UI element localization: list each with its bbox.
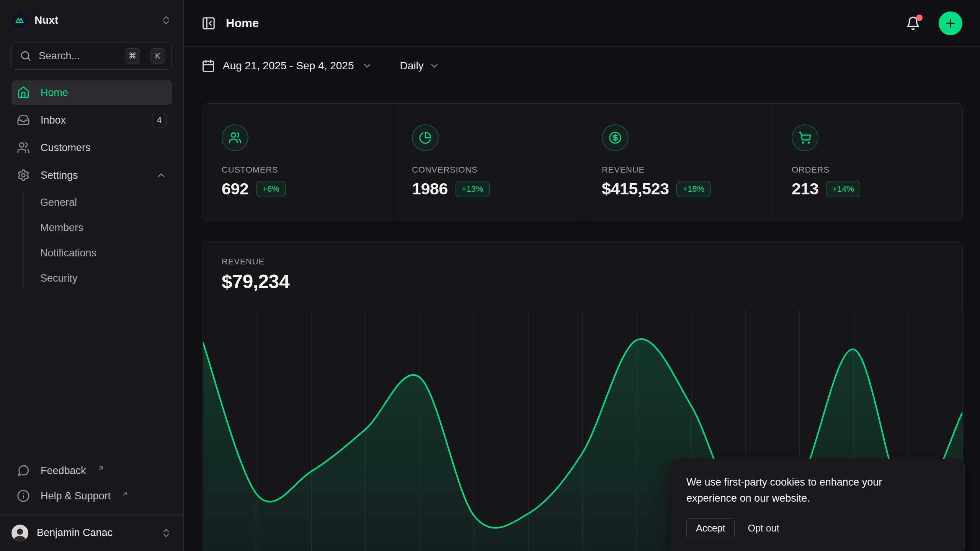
cookie-accept-button[interactable]: Accept — [686, 518, 735, 538]
footer-link-label: Help & Support — [41, 490, 111, 502]
sidebar-item-security[interactable]: Security — [40, 266, 172, 290]
settings-sub-list: General Members Notifications Security — [11, 191, 172, 290]
info-circle-icon — [17, 489, 31, 502]
stat-value: $415,523 — [602, 179, 669, 198]
pie-chart-icon — [412, 124, 439, 151]
workspace-name: Nuxt — [34, 14, 154, 26]
sub-item-label: Security — [40, 272, 78, 284]
cookie-optout-button[interactable]: Opt out — [748, 523, 779, 534]
sub-item-label: Members — [40, 222, 83, 234]
nuxt-logo-icon — [11, 12, 28, 28]
stat-card-customers[interactable]: CUSTOMERS 692 +6% — [203, 104, 393, 221]
sidebar-item-inbox[interactable]: Inbox 4 — [11, 108, 172, 132]
page-title: Home — [226, 16, 896, 30]
chevron-down-icon — [362, 60, 372, 71]
granularity-label: Daily — [400, 60, 424, 72]
notifications-button[interactable] — [906, 16, 920, 31]
panel-collapse-icon[interactable] — [201, 16, 216, 31]
home-icon — [17, 86, 31, 99]
sidebar-item-customers[interactable]: Customers — [11, 135, 172, 160]
page-header: Home — [184, 0, 980, 47]
sidebar-item-notifications[interactable]: Notifications — [40, 241, 172, 265]
revenue-chart-value: $79,234 — [222, 271, 962, 293]
add-button[interactable] — [939, 11, 962, 35]
help-support-link[interactable]: Help & Support — [11, 484, 172, 507]
workspace-switcher[interactable]: Nuxt — [0, 0, 183, 41]
user-menu[interactable]: Benjamin Canac — [0, 514, 183, 551]
stat-delta-badge: +6% — [256, 181, 286, 197]
sidebar-footer-links: Feedback Help & Support — [0, 459, 183, 514]
search-input[interactable]: Search... ⌘ K — [11, 42, 172, 70]
stat-value: 1986 — [412, 179, 448, 198]
filters-toolbar: Aug 21, 2025 - Sep 4, 2025 Daily — [184, 47, 980, 85]
search-icon — [20, 50, 32, 62]
stats-panel: CUSTOMERS 692 +6% CONVERSIONS 1986 +13% — [203, 103, 963, 221]
stat-delta-badge: +18% — [676, 181, 710, 197]
sidebar: Nuxt Search... ⌘ K Home — [0, 0, 184, 551]
inbox-count-badge: 4 — [152, 113, 167, 127]
plus-icon — [944, 17, 957, 29]
chevron-up-icon — [156, 170, 167, 181]
users-icon — [17, 141, 31, 154]
gear-icon — [17, 169, 31, 182]
stat-delta-badge: +13% — [456, 181, 490, 197]
stat-card-revenue[interactable]: REVENUE $415,523 +18% — [583, 104, 773, 221]
sidebar-item-label: Customers — [41, 142, 91, 154]
kbd-cmd: ⌘ — [125, 48, 140, 64]
stat-value: 213 — [792, 179, 818, 198]
footer-link-label: Feedback — [41, 465, 86, 477]
granularity-select[interactable]: Daily — [400, 60, 440, 72]
users-icon — [222, 124, 248, 151]
stat-label: ORDERS — [792, 165, 951, 175]
notification-dot — [916, 15, 923, 21]
stat-label: CONVERSIONS — [412, 165, 571, 175]
sidebar-item-label: Inbox — [41, 114, 66, 126]
cookie-message: We use first-party cookies to enhance yo… — [686, 474, 916, 507]
chevrons-up-down-icon — [160, 15, 172, 26]
date-range-label: Aug 21, 2025 - Sep 4, 2025 — [223, 60, 354, 72]
message-circle-icon — [17, 464, 31, 477]
kbd-k: K — [150, 48, 165, 64]
cookie-banner: We use first-party cookies to enhance yo… — [670, 459, 965, 551]
app-root: Nuxt Search... ⌘ K Home — [0, 0, 980, 551]
dollar-circle-icon — [602, 124, 629, 151]
sidebar-item-general[interactable]: General — [40, 191, 172, 214]
sub-item-label: Notifications — [40, 247, 96, 259]
avatar — [11, 525, 28, 541]
sidebar-item-members[interactable]: Members — [40, 216, 172, 240]
arrow-up-right-icon — [97, 465, 105, 472]
sidebar-nav: Home Inbox 4 Customers Sett — [0, 80, 183, 290]
calendar-icon — [201, 59, 215, 73]
date-range-picker[interactable]: Aug 21, 2025 - Sep 4, 2025 — [201, 59, 372, 73]
stat-label: CUSTOMERS — [222, 165, 381, 175]
chevrons-up-down-icon — [160, 527, 172, 539]
sub-item-label: General — [40, 197, 77, 209]
sidebar-item-home[interactable]: Home — [11, 80, 172, 105]
stat-label: REVENUE — [602, 165, 761, 175]
arrow-up-right-icon — [121, 490, 129, 497]
sidebar-item-label: Home — [41, 87, 68, 99]
feedback-link[interactable]: Feedback — [11, 459, 172, 482]
stat-card-orders[interactable]: ORDERS 213 +14% — [773, 104, 962, 221]
user-name: Benjamin Canac — [37, 527, 152, 539]
search-placeholder: Search... — [39, 50, 118, 62]
cart-icon — [792, 124, 818, 151]
revenue-chart-label: REVENUE — [222, 257, 962, 267]
stat-value: 692 — [222, 179, 248, 198]
inbox-icon — [17, 114, 31, 127]
chevron-down-icon — [429, 60, 440, 71]
sidebar-item-label: Settings — [41, 170, 78, 181]
stat-card-conversions[interactable]: CONVERSIONS 1986 +13% — [393, 104, 583, 221]
stat-delta-badge: +14% — [826, 181, 860, 197]
sidebar-item-settings[interactable]: Settings — [11, 163, 172, 187]
